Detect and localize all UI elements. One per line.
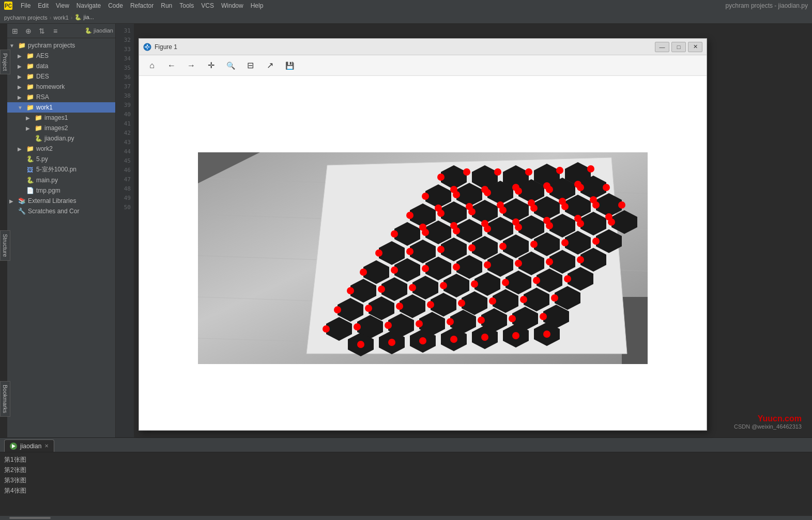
- tree-item-aes[interactable]: ▶ 📁 AES: [7, 51, 115, 61]
- figure-close-btn[interactable]: ✕: [688, 42, 702, 52]
- fig-home-btn[interactable]: ⌂: [143, 58, 161, 73]
- line-32: 32: [116, 35, 134, 44]
- file-icon-5png: 🖼: [26, 166, 34, 174]
- sidebar-tool-view[interactable]: ⊞: [9, 25, 21, 37]
- line-33: 33: [116, 44, 134, 54]
- breadcrumb-sep2: ›: [71, 14, 73, 21]
- breadcrumb-projects[interactable]: pycharm projects: [4, 14, 48, 21]
- tree-item-root[interactable]: ▼ 📁 pychram projects: [7, 40, 115, 51]
- tree-arrow-images1: ▶: [26, 115, 34, 121]
- file-icon-main: 🐍: [26, 176, 34, 184]
- tree-item-work2[interactable]: ▶ 📁 work2: [7, 144, 115, 154]
- figure-minimize-btn[interactable]: —: [655, 42, 669, 52]
- svg-point-127: [422, 229, 429, 236]
- svg-point-118: [618, 201, 625, 209]
- fig-configure-btn[interactable]: ⊟: [241, 58, 259, 73]
- tree-item-data[interactable]: ▶ 📁 data: [7, 61, 115, 71]
- run-tab-jiaodian[interactable]: jiaodian ✕: [4, 439, 54, 452]
- sidebar-tool-add[interactable]: ⊕: [23, 25, 34, 37]
- run-line-4[interactable]: 第4张图: [4, 485, 808, 496]
- tree-arrow-extlibs: ▶: [9, 198, 18, 204]
- file-icon-5py: 🐍: [26, 155, 34, 163]
- menu-tools[interactable]: Tools: [179, 2, 194, 9]
- fig-save-btn[interactable]: 💾: [281, 58, 298, 73]
- svg-point-176: [419, 337, 426, 344]
- svg-point-92: [587, 165, 594, 172]
- side-tab-bookmarks[interactable]: Bookmarks: [0, 381, 10, 417]
- tree-label-images1: images1: [44, 114, 68, 121]
- svg-point-154: [471, 280, 478, 288]
- sidebar-tool-settings[interactable]: ≡: [50, 25, 61, 37]
- tree-item-images1[interactable]: ▶ 📁 images1: [7, 113, 115, 123]
- tree-item-extlibs[interactable]: ▶ 📚 External Libraries: [7, 196, 115, 206]
- folder-icon-images1: 📁: [34, 114, 42, 122]
- menu-help[interactable]: Help: [251, 2, 264, 9]
- run-line-3[interactable]: 第3张图: [4, 475, 808, 485]
- run-tab-icon: [10, 443, 17, 450]
- line-50: 50: [116, 202, 134, 212]
- fig-pan-btn[interactable]: ✛: [202, 58, 220, 73]
- svg-point-138: [499, 243, 507, 250]
- file-icon-jiaodian: 🐍: [34, 134, 42, 143]
- matplotlib-icon: [143, 43, 151, 51]
- tree-item-des[interactable]: ▶ 📁 DES: [7, 71, 115, 82]
- tree-item-scratches[interactable]: ▶ 🔧 Scratches and Cor: [7, 206, 115, 216]
- tree-label-jiaodian: jiaodian.py: [44, 135, 74, 142]
- fig-back-btn[interactable]: ←: [163, 58, 180, 73]
- svg-point-137: [468, 244, 476, 251]
- svg-point-132: [577, 220, 584, 227]
- line-36: 36: [116, 72, 134, 82]
- svg-point-130: [515, 224, 522, 231]
- run-line-1[interactable]: 第1张图: [4, 454, 808, 465]
- menu-refactor[interactable]: Refactor: [130, 2, 154, 9]
- menu-code[interactable]: Code: [108, 2, 123, 9]
- run-tab-label: jiaodian: [20, 443, 41, 450]
- line-46: 46: [116, 165, 134, 175]
- svg-point-166: [323, 325, 330, 333]
- tree-item-jiaodian[interactable]: ▶ 🐍 jiaodian.py: [7, 133, 115, 144]
- tree-item-homework[interactable]: ▶ 📁 homework: [7, 82, 115, 92]
- tree-item-images2[interactable]: ▶ 📁 images2: [7, 123, 115, 133]
- svg-point-91: [556, 167, 563, 174]
- tree-arrow-data: ▶: [18, 64, 26, 69]
- tree-label-main: main.py: [36, 177, 58, 184]
- tree-item-5png[interactable]: ▶ 🖼 5-室外1000.pn: [7, 164, 115, 175]
- menu-run[interactable]: Run: [161, 2, 172, 9]
- line-44: 44: [116, 147, 134, 156]
- svg-point-168: [385, 322, 392, 329]
- tree-item-main[interactable]: ▶ 🐍 main.py: [7, 175, 115, 185]
- figure-maximize-btn[interactable]: □: [671, 42, 686, 52]
- tree-item-tmp[interactable]: ▶ 📄 tmp.pgm: [7, 185, 115, 196]
- fig-forward-btn[interactable]: →: [182, 58, 200, 73]
- breadcrumb-work1[interactable]: work1: [53, 14, 68, 21]
- run-tab-close[interactable]: ✕: [44, 443, 49, 449]
- line-35: 35: [116, 63, 134, 72]
- menu-edit[interactable]: Edit: [38, 2, 49, 9]
- menu-vcs[interactable]: VCS: [201, 2, 214, 9]
- svg-point-111: [406, 212, 413, 219]
- fig-zoom-btn[interactable]: 🔍: [222, 58, 239, 73]
- tree-arrow-homework: ▶: [18, 84, 26, 90]
- svg-point-170: [447, 318, 454, 325]
- line-38: 38: [116, 91, 134, 100]
- menu-navigate[interactable]: Navigate: [76, 2, 101, 9]
- menu-view[interactable]: View: [56, 2, 69, 9]
- fig-scale-btn[interactable]: ↗: [261, 58, 279, 73]
- tree-item-5py[interactable]: ▶ 🐍 5.py: [7, 154, 115, 164]
- menu-file[interactable]: File: [21, 2, 30, 9]
- tree-arrow-aes: ▶: [18, 53, 26, 59]
- run-line-2[interactable]: 第2张图: [4, 465, 808, 475]
- file-icon-tmp: 📄: [26, 186, 34, 195]
- tree-item-rsa[interactable]: ▶ 📁 RSA: [7, 92, 115, 102]
- svg-point-87: [437, 174, 445, 181]
- sidebar-tool-sort[interactable]: ⇅: [36, 25, 48, 37]
- side-tab-structure[interactable]: Structure: [0, 230, 10, 261]
- svg-point-101: [515, 187, 522, 195]
- menu-window[interactable]: Window: [221, 2, 243, 9]
- svg-point-159: [365, 305, 372, 312]
- svg-point-149: [577, 256, 584, 263]
- tree-item-work1[interactable]: ▼ 📁 work1: [7, 102, 115, 113]
- side-tab-project[interactable]: Project: [0, 50, 10, 74]
- figure-controls: — □ ✕: [655, 42, 702, 52]
- svg-point-113: [468, 208, 476, 215]
